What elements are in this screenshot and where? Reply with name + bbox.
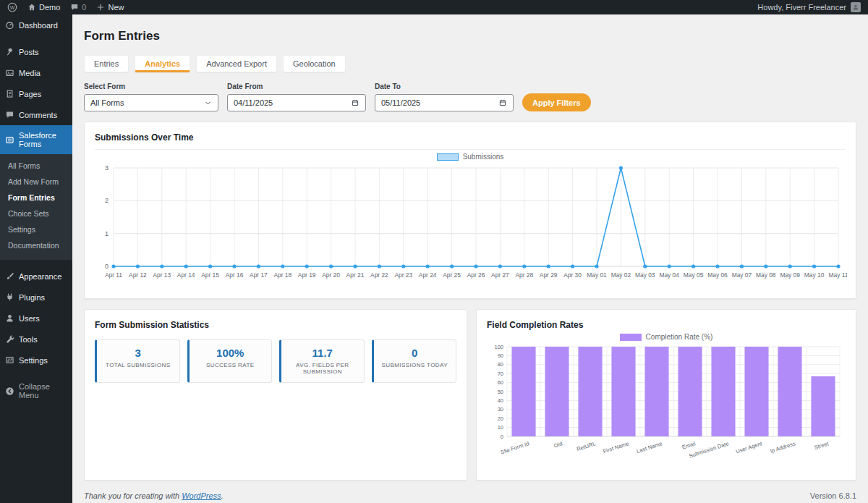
chart-element bbox=[353, 264, 357, 268]
tab-advanced-export[interactable]: Advanced Export bbox=[196, 55, 277, 72]
date-to-value: 05/11/2025 bbox=[381, 98, 420, 107]
sidebar-item-pages[interactable]: Pages bbox=[0, 83, 72, 104]
sidebar-item-label: Comments bbox=[19, 111, 57, 119]
select-form-value: All Forms bbox=[90, 98, 124, 107]
footer-period: . bbox=[221, 491, 224, 500]
chart-element bbox=[744, 347, 768, 436]
chart-element: Apr 13 bbox=[153, 271, 171, 279]
chart-element: Apr 15 bbox=[201, 271, 219, 279]
home-icon bbox=[27, 3, 36, 12]
submissions-chart-title: Submissions Over Time bbox=[95, 132, 846, 150]
chart-element: Apr 17 bbox=[250, 271, 268, 279]
chart-element bbox=[571, 264, 574, 268]
new-content-button[interactable]: New bbox=[96, 3, 124, 12]
stat-label: TOTAL SUBMISSIONS bbox=[100, 362, 176, 368]
sidebar-item-tools[interactable]: Tools bbox=[0, 329, 72, 350]
tab-entries[interactable]: Entries bbox=[84, 55, 129, 72]
submenu-item-form-entries[interactable]: Form Entries bbox=[0, 190, 72, 206]
chart-element: May 06 bbox=[707, 271, 728, 279]
new-label: New bbox=[108, 3, 124, 12]
tab-geolocation[interactable]: Geolocation bbox=[283, 55, 346, 72]
chart-element: 30 bbox=[498, 406, 503, 413]
sidebar-item-label: Plugins bbox=[19, 293, 45, 302]
footer-thanks-text: Thank you for creating with bbox=[84, 491, 179, 500]
chart-element: May 05 bbox=[684, 271, 704, 279]
chart-element bbox=[619, 166, 623, 169]
select-form-dropdown[interactable]: All Forms bbox=[84, 94, 218, 111]
chart-element bbox=[136, 264, 140, 268]
sidebar-item-salesforce-forms[interactable]: Salesforce Forms bbox=[0, 125, 72, 154]
submenu-item-choice-sets[interactable]: Choice Sets bbox=[0, 206, 72, 221]
calendar-icon bbox=[498, 98, 507, 107]
field-completion-bar-chart: 0102030405060708090100Sfw Form IdOidRetU… bbox=[487, 342, 846, 467]
chart-element: Apr 26 bbox=[467, 271, 485, 279]
chart-element: 90 bbox=[498, 352, 503, 359]
submenu-item-documentation[interactable]: Documentation bbox=[0, 237, 72, 253]
chart-element bbox=[378, 264, 381, 268]
chart-element bbox=[678, 347, 702, 436]
date-from-input[interactable]: 04/11/2025 bbox=[227, 94, 366, 111]
stat-avg-fields: 11.7 AVG. FIELDS PER SUBMISSION bbox=[279, 339, 365, 383]
chart-element: Last Name bbox=[636, 440, 663, 455]
chart-element: Apr 21 bbox=[346, 271, 365, 279]
sidebar-item-users[interactable]: Users bbox=[0, 308, 72, 329]
submenu-item-settings[interactable]: Settings bbox=[0, 221, 72, 237]
chart-element: Oid bbox=[553, 440, 563, 449]
svg-text:W: W bbox=[10, 5, 15, 10]
chart-element: 1 bbox=[105, 230, 109, 237]
date-to-label: Date To bbox=[375, 83, 514, 90]
apply-filters-button[interactable]: Apply Filters bbox=[522, 93, 591, 111]
tab-analytics[interactable]: Analytics bbox=[135, 55, 190, 72]
chart-element bbox=[668, 264, 671, 268]
salesforce-forms-submenu: All Forms Add New Form Form Entries Choi… bbox=[0, 154, 72, 260]
sidebar-item-dashboard[interactable]: Dashboard bbox=[0, 14, 72, 35]
chart-element: Apr 24 bbox=[419, 271, 437, 279]
user-icon bbox=[5, 313, 14, 323]
statistics-title: Form Submission Statistics bbox=[95, 320, 456, 330]
sidebar-item-label: Salesforce Forms bbox=[19, 131, 67, 148]
sidebar-item-appearance[interactable]: Appearance bbox=[0, 266, 72, 287]
stat-total-submissions: 3 TOTAL SUBMISSIONS bbox=[95, 339, 180, 383]
chart-element bbox=[643, 264, 647, 268]
footer-version: Version 6.8.1 bbox=[810, 491, 856, 500]
settings-sliders-icon bbox=[5, 355, 14, 365]
chart-element: Apr 11 bbox=[105, 271, 122, 279]
sidebar-item-label: Users bbox=[19, 314, 40, 323]
avatar[interactable] bbox=[851, 2, 861, 12]
site-link[interactable]: Demo bbox=[27, 3, 60, 12]
stat-label: SUBMISSIONS TODAY bbox=[377, 362, 454, 368]
sidebar-item-media[interactable]: Media bbox=[0, 62, 72, 83]
submenu-item-all-forms[interactable]: All Forms bbox=[0, 158, 72, 174]
sidebar-item-label: Pages bbox=[19, 90, 41, 98]
admin-sidebar: Dashboard Posts Media Pages Comments Sal… bbox=[0, 14, 72, 503]
sidebar-item-plugins[interactable]: Plugins bbox=[0, 287, 72, 308]
wordpress-link[interactable]: WordPress bbox=[182, 491, 221, 500]
chart-element: RetURL bbox=[576, 440, 596, 452]
chart-element: 70 bbox=[498, 371, 503, 377]
sidebar-item-collapse-menu[interactable]: Collapse Menu bbox=[0, 376, 72, 405]
sidebar-item-settings[interactable]: Settings bbox=[0, 350, 72, 371]
chart-element bbox=[778, 347, 801, 436]
collapse-arrow-icon bbox=[5, 386, 14, 396]
comments-indicator[interactable]: 0 bbox=[70, 3, 86, 12]
select-form-label: Select Form bbox=[84, 83, 218, 90]
date-to-input[interactable]: 05/11/2025 bbox=[375, 94, 514, 111]
chart-element bbox=[257, 264, 260, 268]
stat-success-rate: 100% SUCCESS RATE bbox=[187, 339, 273, 383]
stat-label: SUCCESS RATE bbox=[192, 362, 269, 368]
legend-swatch bbox=[437, 153, 459, 161]
chart-element bbox=[426, 264, 430, 268]
sidebar-item-comments[interactable]: Comments bbox=[0, 104, 72, 125]
stat-value: 100% bbox=[192, 347, 269, 359]
chart-element: 0 bbox=[501, 434, 503, 440]
sidebar-item-label: Media bbox=[19, 69, 41, 77]
sidebar-item-label: Tools bbox=[19, 335, 38, 344]
form-submission-statistics-card: Form Submission Statistics 3 TOTAL SUBMI… bbox=[84, 309, 467, 481]
howdy-text[interactable]: Howdy, Fiverr Freelancer bbox=[757, 3, 846, 12]
submenu-item-add-new-form[interactable]: Add New Form bbox=[0, 174, 72, 190]
wordpress-logo-icon[interactable]: W bbox=[7, 2, 17, 12]
submissions-over-time-card: Submissions Over Time Submissions 0123Ap… bbox=[84, 122, 856, 299]
chart-element bbox=[578, 347, 602, 436]
sidebar-item-posts[interactable]: Posts bbox=[0, 41, 72, 62]
chart-element: Apr 30 bbox=[563, 271, 582, 279]
